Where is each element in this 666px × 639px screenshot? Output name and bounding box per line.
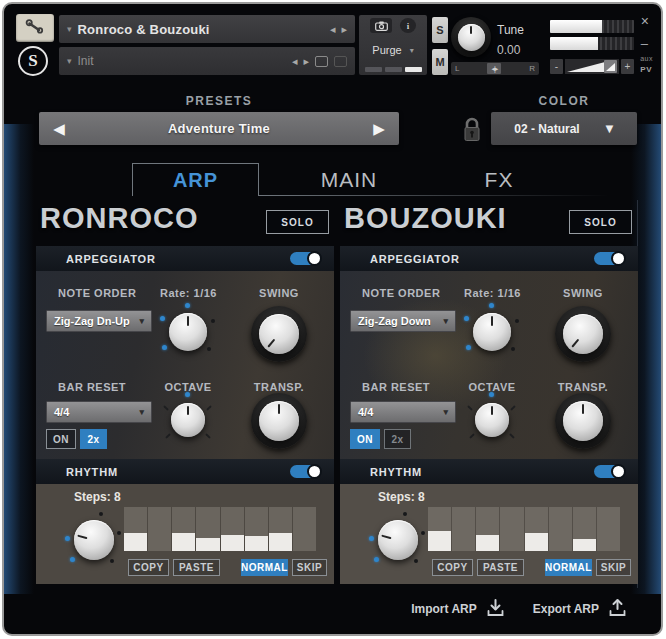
seq-step[interactable] xyxy=(476,507,499,551)
bar-reset-on-button[interactable]: ON xyxy=(46,429,76,449)
ronroco-rhythm-toggle[interactable] xyxy=(290,465,320,478)
volume-plus-button[interactable]: + xyxy=(621,59,634,74)
knob-marker-dot xyxy=(162,345,167,350)
seq-step[interactable] xyxy=(597,507,620,551)
save-snapshot-icon[interactable] xyxy=(315,56,328,67)
note-order-dropdown[interactable]: Zig-Zag Dn-Up ▾ xyxy=(46,310,152,332)
transpose-knob[interactable] xyxy=(251,393,307,449)
purge-menu[interactable]: Purge ▾ xyxy=(372,44,413,56)
instrument-title-bouzouki: BOUZOUKI xyxy=(344,202,507,235)
pan-center-handle[interactable]: ◂|▸ xyxy=(487,63,501,74)
instrument-next-arrow[interactable]: ▸ xyxy=(341,23,347,36)
note-order-dropdown[interactable]: Zig-Zag Down ▾ xyxy=(350,310,456,332)
edit-wrench-button[interactable] xyxy=(16,14,54,42)
seq-step[interactable] xyxy=(196,507,219,551)
color-dropdown[interactable]: 02 - Natural ▼ xyxy=(491,112,637,145)
import-arp-button[interactable]: Import ARP xyxy=(411,598,505,620)
bouzouki-arpeggiator-toggle[interactable] xyxy=(594,252,624,265)
ronroco-solo-button[interactable]: SOLO xyxy=(266,210,329,234)
snapshot-next-arrow[interactable]: ▸ xyxy=(303,55,309,68)
snapshot-name[interactable]: Init xyxy=(78,54,286,68)
preset-prev-button[interactable]: ◀ xyxy=(39,120,79,138)
transpose-knob[interactable] xyxy=(555,393,611,449)
seq-step[interactable] xyxy=(428,507,451,551)
bar-reset-2x-button[interactable]: 2x xyxy=(80,429,107,449)
seq-step[interactable] xyxy=(573,507,596,551)
seq-step[interactable] xyxy=(148,507,171,551)
aux-label[interactable]: aux xyxy=(640,55,653,62)
rate-knob[interactable] xyxy=(467,307,517,357)
seq-step-value xyxy=(221,535,244,551)
indicator-led xyxy=(385,67,402,72)
skip-mode-button[interactable]: SKIP xyxy=(292,559,327,576)
tune-knob[interactable] xyxy=(451,17,491,57)
skip-mode-button[interactable]: SKIP xyxy=(596,559,631,576)
solo-s-button[interactable]: S xyxy=(432,17,448,43)
seq-step[interactable] xyxy=(124,507,147,551)
steps-knob[interactable] xyxy=(69,515,119,565)
rhythm-step-sequencer[interactable] xyxy=(124,507,316,551)
volume-minus-button[interactable]: - xyxy=(550,59,563,74)
bouzouki-solo-button[interactable]: SOLO xyxy=(569,210,632,234)
seq-step[interactable] xyxy=(452,507,475,551)
normal-mode-button[interactable]: NORMAL xyxy=(241,559,288,576)
info-icon[interactable]: i xyxy=(400,18,416,33)
octave-knob[interactable] xyxy=(165,397,211,443)
delete-snapshot-icon[interactable] xyxy=(334,56,347,67)
minimize-icon[interactable]: – xyxy=(641,36,648,51)
copy-button[interactable]: COPY xyxy=(432,559,473,576)
preset-next-button[interactable]: ▶ xyxy=(359,120,399,138)
seq-step[interactable] xyxy=(500,507,523,551)
seq-step[interactable] xyxy=(245,507,268,551)
pv-label[interactable]: PV xyxy=(640,65,652,74)
bar-reset-dropdown[interactable]: 4/4 ▾ xyxy=(350,401,456,423)
instrument-prev-arrow[interactable]: ◂ xyxy=(330,23,336,36)
pan-slider[interactable]: L ◂|▸ R xyxy=(451,62,539,75)
swing-knob[interactable] xyxy=(251,306,307,362)
knob-marker-dot xyxy=(70,557,75,562)
seq-step[interactable] xyxy=(293,507,316,551)
steps-knob[interactable] xyxy=(373,515,423,565)
volume-slider[interactable]: - + xyxy=(550,59,634,74)
normal-mode-button[interactable]: NORMAL xyxy=(545,559,592,576)
ronroco-arpeggiator-toggle[interactable] xyxy=(290,252,320,265)
copy-button[interactable]: COPY xyxy=(128,559,169,576)
seq-step[interactable] xyxy=(221,507,244,551)
knob-marker-dot xyxy=(185,303,190,308)
tab-fx[interactable]: FX xyxy=(459,164,539,196)
snapshot-prev-arrow[interactable]: ◂ xyxy=(292,55,298,68)
instrument-dropdown-caret[interactable]: ▾ xyxy=(67,24,72,34)
paste-button[interactable]: PASTE xyxy=(173,559,220,576)
normal-label: NORMAL xyxy=(241,562,288,573)
snapshot-camera-icon[interactable] xyxy=(370,18,392,33)
lock-icon[interactable] xyxy=(459,116,485,144)
seq-step-value xyxy=(476,535,499,551)
preset-name[interactable]: Adventure Time xyxy=(79,121,359,136)
seq-step[interactable] xyxy=(172,507,195,551)
bar-reset-2x-button[interactable]: 2x xyxy=(384,429,411,449)
volume-handle[interactable] xyxy=(604,60,617,73)
tune-value[interactable]: 0.00 xyxy=(497,43,520,57)
rate-knob[interactable] xyxy=(163,307,213,357)
seq-step-value xyxy=(525,533,548,551)
knob-marker-dot xyxy=(466,345,471,350)
octave-knob[interactable] xyxy=(469,397,515,443)
rhythm-step-sequencer[interactable] xyxy=(428,507,620,551)
bar-reset-dropdown[interactable]: 4/4 ▾ xyxy=(46,401,152,423)
export-arp-button[interactable]: Export ARP xyxy=(533,598,627,620)
tab-arp[interactable]: ARP xyxy=(132,163,259,196)
snapshot-dropdown-caret[interactable]: ▾ xyxy=(67,56,72,66)
swing-knob[interactable] xyxy=(555,306,611,362)
volume-track[interactable] xyxy=(565,59,619,74)
seq-step[interactable] xyxy=(269,507,292,551)
bar-reset-value: 4/4 xyxy=(54,406,69,418)
bouzouki-rhythm-toggle[interactable] xyxy=(594,465,624,478)
paste-button[interactable]: PASTE xyxy=(477,559,524,576)
seq-step[interactable] xyxy=(549,507,572,551)
seq-step[interactable] xyxy=(525,507,548,551)
bar-reset-on-button[interactable]: ON xyxy=(350,429,380,449)
tab-main[interactable]: MAIN xyxy=(294,164,404,196)
close-icon[interactable]: × xyxy=(641,14,649,28)
mute-m-button[interactable]: M xyxy=(432,49,448,75)
instrument-name[interactable]: Ronroco & Bouzouki xyxy=(78,22,324,37)
